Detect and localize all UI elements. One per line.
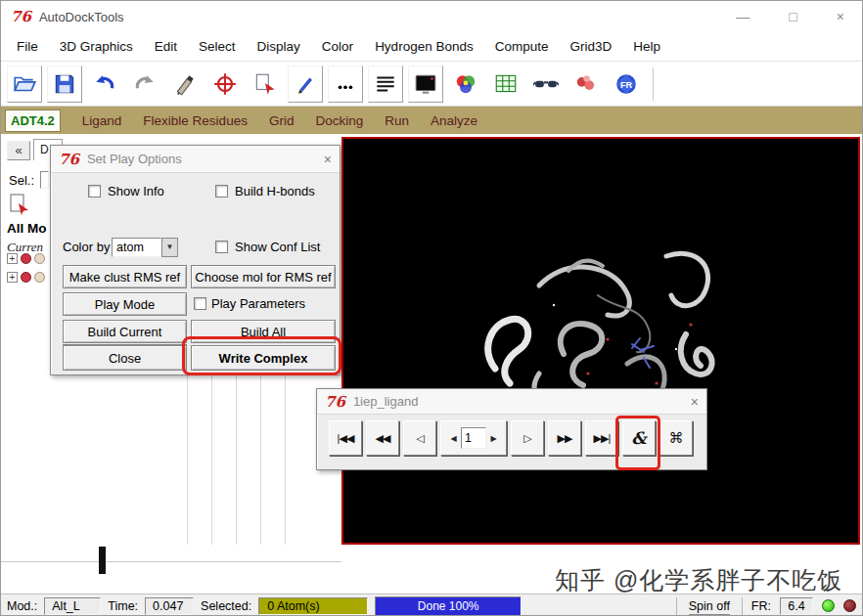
spray-pen-icon — [172, 71, 198, 97]
save-icon — [52, 71, 77, 97]
play-parameters-label: Play Parameters — [211, 296, 305, 311]
selection-label: Sel.: — [9, 173, 34, 188]
autodocktools-window: 76 AutoDockTools — □ × File 3D Graphics … — [0, 0, 863, 616]
menu-color[interactable]: Color — [322, 39, 353, 54]
framerate-label: FR: — [751, 599, 771, 613]
tab-flexible-residues[interactable]: Flexible Residues — [143, 113, 248, 128]
select-arrow-icon — [252, 71, 278, 97]
go-to-start-button[interactable]: |◀◀ — [329, 420, 362, 456]
minimize-button[interactable]: — — [736, 9, 749, 24]
player-close-icon[interactable]: × — [691, 394, 699, 410]
annotation-ampersand-button — [615, 416, 660, 470]
spreadsheet-button[interactable] — [488, 66, 523, 103]
color-by-label: Color by — [63, 240, 110, 254]
frame-input[interactable] — [461, 427, 486, 449]
selected-label: Selected: — [201, 599, 251, 613]
tab-grid[interactable]: Grid — [269, 113, 295, 128]
adt-logo-icon: 76 — [59, 151, 79, 168]
fast-forward-button[interactable]: ▶▶ — [548, 420, 581, 456]
command-button[interactable]: ⌘ — [659, 420, 693, 456]
spin-dropdown[interactable]: Spin off — [676, 597, 743, 615]
play-parameters-checkbox[interactable] — [194, 297, 206, 310]
molecule-tree-row[interactable]: + — [7, 253, 45, 264]
pencil-tool-button[interactable] — [288, 66, 323, 103]
center-target-button[interactable] — [207, 66, 243, 103]
color-by-dropdown[interactable]: atom ▼ — [112, 238, 178, 257]
menu-file[interactable]: File — [17, 39, 38, 54]
window-controls: — □ × — [736, 9, 852, 24]
dashboard-column-divider — [187, 375, 188, 545]
build-current-button[interactable]: Build Current — [63, 320, 187, 343]
expand-icon[interactable]: + — [7, 253, 18, 264]
time-value: 0.047 — [145, 597, 194, 615]
molecule-viewer-button[interactable] — [568, 66, 604, 103]
selection-input[interactable] — [40, 171, 49, 189]
make-clust-rms-button[interactable]: Make clust RMS ref — [63, 265, 187, 288]
tab-ligand[interactable]: Ligand — [82, 113, 122, 128]
time-label: Time: — [108, 599, 138, 613]
select-from-string-button[interactable] — [248, 66, 283, 103]
tab-analyze[interactable]: Analyze — [431, 113, 477, 128]
expand-icon[interactable]: + — [7, 272, 18, 283]
text-output-button[interactable] — [368, 66, 403, 103]
status-led-green-icon[interactable] — [822, 599, 835, 612]
close-dialog-button[interactable]: Close — [63, 345, 187, 371]
play-mode-button[interactable]: Play Mode — [63, 292, 187, 316]
frame-decrement-icon[interactable]: ◀ — [447, 434, 460, 443]
undo-button[interactable] — [87, 66, 122, 103]
stereo-button[interactable] — [528, 66, 564, 103]
progress-bar: Done 100% — [375, 596, 522, 616]
dialog-close-icon[interactable]: × — [324, 152, 332, 167]
step-back-button[interactable]: ◁ — [403, 420, 436, 456]
maximize-button[interactable]: □ — [789, 9, 796, 24]
molecule-tree-row[interactable]: + — [7, 272, 45, 283]
status-led-red-icon[interactable] — [843, 599, 856, 612]
panel-collapse-button[interactable]: « — [7, 141, 30, 160]
3d-glasses-icon — [533, 71, 559, 97]
title-bar: 76 AutoDockTools — □ × — [1, 1, 862, 32]
close-button[interactable]: × — [837, 9, 844, 24]
tab-docking[interactable]: Docking — [315, 113, 363, 128]
menu-hydrogen-bonds[interactable]: Hydrogen Bonds — [375, 39, 474, 54]
chevron-down-icon[interactable]: ▼ — [161, 238, 178, 257]
window-title: AutoDockTools — [39, 10, 124, 24]
go-to-end-button[interactable]: ▶▶| — [585, 420, 618, 456]
more-options-button[interactable] — [328, 66, 363, 103]
redo-button[interactable] — [127, 66, 162, 103]
build-hbonds-checkbox[interactable] — [215, 185, 228, 198]
justify-lines-icon — [373, 71, 398, 97]
menu-3d-graphics[interactable]: 3D Graphics — [60, 39, 133, 54]
show-conf-list-checkbox[interactable] — [215, 241, 228, 253]
screen-icon — [413, 71, 438, 97]
timeline-slider-handle[interactable] — [99, 547, 106, 574]
menu-select[interactable]: Select — [199, 39, 236, 54]
label-tool-button[interactable] — [167, 66, 203, 103]
dialog-title-bar[interactable]: 76 Set Play Options × — [51, 146, 340, 173]
menu-compute[interactable]: Compute — [495, 39, 549, 54]
toolbar: FR — [1, 62, 862, 107]
player-title-bar[interactable]: 76 1iep_ligand × — [317, 389, 706, 415]
3d-viewport[interactable] — [341, 137, 860, 545]
show-info-checkbox[interactable] — [88, 185, 101, 198]
frame-increment-icon[interactable]: ▶ — [487, 434, 500, 443]
app-logo-icon: 76 — [11, 8, 31, 25]
color-wheel-icon — [453, 71, 478, 97]
color-tool-button[interactable] — [448, 66, 483, 103]
choose-mol-rms-button[interactable]: Choose mol for RMS ref — [191, 265, 336, 288]
shell-button[interactable] — [408, 66, 443, 103]
tab-run[interactable]: Run — [385, 113, 409, 128]
pencil-box-icon — [293, 71, 318, 97]
fr-tool-button[interactable]: FR — [609, 66, 644, 103]
menu-edit[interactable]: Edit — [155, 39, 177, 54]
all-molecules-label: All Mo — [7, 221, 47, 236]
selection-tool-icon[interactable] — [9, 193, 30, 219]
menu-bar: File 3D Graphics Edit Select Display Col… — [1, 32, 862, 62]
fast-rewind-button[interactable]: ◀◀ — [366, 420, 399, 456]
menu-display[interactable]: Display — [257, 39, 300, 54]
menu-grid3d[interactable]: Grid3D — [569, 39, 612, 54]
play-forward-button[interactable]: ▷ — [511, 420, 544, 456]
molecule-ball-icon — [34, 272, 45, 283]
menu-help[interactable]: Help — [633, 39, 660, 54]
save-button[interactable] — [47, 66, 82, 103]
open-file-button[interactable] — [7, 66, 42, 103]
